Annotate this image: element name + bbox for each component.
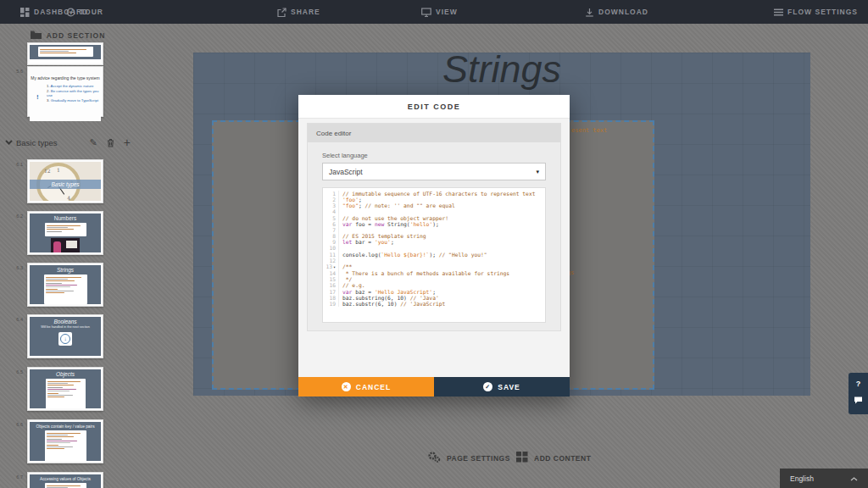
monitor-icon <box>421 8 431 17</box>
chat-bubble-icon <box>854 392 863 408</box>
tour-label: TOUR <box>80 8 103 16</box>
dashboard-grid-icon <box>20 8 30 17</box>
edit-section-icon[interactable]: ✎ <box>90 138 97 147</box>
add-section-label: ADD SECTION <box>47 31 106 40</box>
top-toolbar: DASHBOARD TOUR SHARE VIEW DOWNLOAD FLOW … <box>0 0 868 24</box>
slide-thumbnail[interactable]: Objects contain key / value pairs <box>27 419 103 463</box>
download-icon <box>585 8 594 17</box>
hamburger-icon <box>774 8 783 16</box>
question-mark-icon: ? <box>856 380 861 388</box>
code-line[interactable]: 7 <box>323 227 545 233</box>
add-section-button[interactable]: ADD SECTION <box>0 29 136 42</box>
share-icon <box>277 8 287 17</box>
select-caret-icon: ▾ <box>536 169 539 175</box>
download-button[interactable]: DOWNLOAD <box>585 0 648 24</box>
slide-number: 5.6 <box>10 69 23 74</box>
slide-number: 6.2 <box>10 214 23 219</box>
section-title: Basic types <box>16 138 58 147</box>
code-line[interactable]: 11console.log(`Hello ${bar}!`); // "Hell… <box>323 252 545 258</box>
language-value: JavaScript <box>329 168 363 176</box>
slide-thumbnail[interactable]: Booleans Will be handled in the next sec… <box>27 314 103 358</box>
gears-icon <box>428 452 441 464</box>
slide-number: 6.3 <box>10 265 23 270</box>
slide-thumbnail[interactable]: Accessing values of Objects <box>27 472 103 488</box>
language-selector[interactable]: English <box>780 469 868 488</box>
tour-button[interactable]: TOUR <box>66 0 103 24</box>
language-selector-label: English <box>790 474 814 483</box>
slide-number: 6.1 <box>10 162 23 167</box>
code-line[interactable]: 18baz.substring(6, 10) // 'Java' <box>323 295 545 301</box>
cancel-circle-icon: ✕ <box>342 382 351 391</box>
flow-settings-label: FLOW SETTINGS <box>787 8 858 16</box>
code-line[interactable]: 5// do not use the object wrapper! <box>323 215 545 221</box>
modal-title: EDIT CODE <box>298 95 570 119</box>
help-widget[interactable]: ? <box>849 373 868 414</box>
code-line[interactable]: 3"foo"; // note: '' and "" are equal <box>323 202 545 208</box>
page-settings-label: PAGE SETTINGS <box>447 454 510 463</box>
view-button[interactable]: VIEW <box>421 0 458 24</box>
slide-thumbnail[interactable]: Objects <box>27 367 103 411</box>
code-line[interactable]: 19baz.substr(6, 10) // 'JavaScript <box>323 301 545 307</box>
code-line[interactable]: 10 <box>323 245 545 251</box>
code-line[interactable]: 17var baz = 'Hello JavaScript'; <box>323 289 545 295</box>
code-line[interactable]: 15 */ <box>323 276 545 282</box>
slide-thumbnail[interactable]: Strings <box>27 263 103 307</box>
download-label: DOWNLOAD <box>598 8 648 16</box>
panel-title: Code editor <box>308 124 560 142</box>
slide-thumbnail[interactable] <box>27 42 103 65</box>
cancel-label: CANCEL <box>356 383 391 391</box>
code-line[interactable]: 13▾/** <box>323 263 545 270</box>
slide-number: 6.6 <box>10 422 23 427</box>
code-editor-panel: Code editor Select language JavaScript ▾… <box>307 123 561 331</box>
slide-number: 6.5 <box>10 369 23 374</box>
code-line[interactable]: 4 <box>323 208 545 214</box>
add-content-button[interactable]: ADD CONTENT <box>516 452 591 464</box>
page-settings-button[interactable]: PAGE SETTINGS <box>428 452 510 464</box>
flow-settings-button[interactable]: FLOW SETTINGS <box>774 0 858 24</box>
slides-sidebar: ADD SECTION Basic types ✎ + 5.6My advice… <box>0 24 141 488</box>
add-content-label: ADD CONTENT <box>534 454 591 463</box>
slide-thumbnail[interactable]: Numbers <box>27 211 103 255</box>
code-line[interactable]: 14 * There is a bunch of methods availab… <box>323 270 545 276</box>
language-label: Select language <box>322 152 560 159</box>
add-slide-icon[interactable]: + <box>124 137 131 147</box>
code-line[interactable]: 12 <box>323 258 545 263</box>
code-line[interactable]: 16// e.g. <box>323 282 545 288</box>
chevron-down-icon[interactable] <box>5 140 13 145</box>
code-line[interactable]: 2'foo'; <box>323 197 545 202</box>
edit-code-modal: EDIT CODE Code editor Select language Ja… <box>298 95 570 396</box>
cancel-button[interactable]: ✕ CANCEL <box>298 377 434 396</box>
view-label: VIEW <box>436 8 458 16</box>
code-line[interactable]: 8// ES 2015 template string <box>323 233 545 239</box>
code-editor[interactable]: 1// immutable sequence of UTF-16 charact… <box>322 187 546 323</box>
share-label: SHARE <box>291 8 320 16</box>
share-button[interactable]: SHARE <box>277 0 320 24</box>
delete-section-icon[interactable] <box>107 138 114 147</box>
tour-compass-icon <box>66 8 75 17</box>
slide-thumbnail[interactable]: My advice regarding the type system! 1. … <box>27 66 103 117</box>
section-header-basic-types: Basic types ✎ + <box>0 135 131 150</box>
save-label: SAVE <box>498 383 520 391</box>
slide-number: 6.4 <box>10 317 23 322</box>
language-select[interactable]: JavaScript ▾ <box>322 163 546 180</box>
code-line[interactable]: 1// immutable sequence of UTF-16 charact… <box>323 191 545 197</box>
slide-number: 6.7 <box>10 474 23 480</box>
code-line[interactable]: 6var foo = new String('hello'); <box>323 221 545 227</box>
save-button[interactable]: ✓ SAVE <box>434 377 570 396</box>
caret-up-icon <box>850 474 858 483</box>
check-circle-icon: ✓ <box>483 382 492 391</box>
slide-thumbnail[interactable]: 121 34 Basic types <box>27 159 103 203</box>
code-fragment: esent text <box>571 127 607 134</box>
folder-icon <box>31 30 42 41</box>
slide-title: Strings <box>193 47 810 92</box>
grid-icon <box>516 452 528 464</box>
code-line[interactable]: 9let bar = 'you'; <box>323 239 545 245</box>
